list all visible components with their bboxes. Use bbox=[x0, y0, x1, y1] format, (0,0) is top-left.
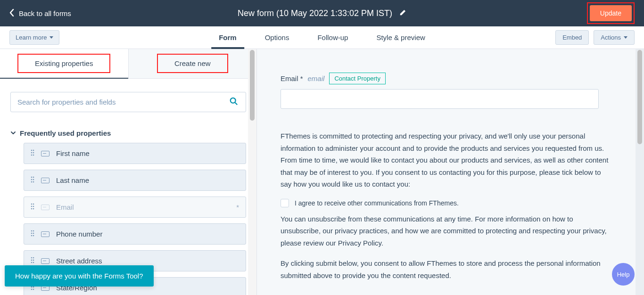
section-frequently-used[interactable]: Frequently used properties bbox=[0, 117, 256, 143]
svg-line-1 bbox=[235, 103, 238, 105]
tab-form[interactable]: Form bbox=[219, 26, 237, 49]
drag-handle-icon[interactable] bbox=[31, 229, 34, 238]
search-box[interactable] bbox=[10, 92, 246, 112]
privacy-text-1: FThemes is committed to protecting and r… bbox=[281, 130, 611, 190]
svg-point-4 bbox=[31, 152, 33, 154]
property-item[interactable]: Email * bbox=[24, 197, 246, 218]
text-field-icon bbox=[41, 258, 50, 264]
back-label: Back to all forms bbox=[19, 9, 71, 17]
property-label: Email bbox=[56, 203, 74, 211]
svg-point-29 bbox=[33, 260, 34, 261]
caret-down-icon bbox=[50, 36, 53, 39]
svg-point-0 bbox=[231, 98, 236, 103]
svg-point-19 bbox=[33, 208, 34, 210]
property-item[interactable]: First name bbox=[24, 143, 246, 164]
right-scrollbar[interactable] bbox=[636, 49, 644, 295]
tab-follow-up[interactable]: Follow-up bbox=[317, 26, 348, 49]
svg-point-15 bbox=[33, 204, 34, 205]
tab-style-preview[interactable]: Style & preview bbox=[376, 26, 425, 49]
svg-point-16 bbox=[31, 206, 33, 207]
back-to-forms-link[interactable]: Back to all forms bbox=[9, 9, 71, 18]
text-field-icon bbox=[41, 231, 50, 237]
page-title: New form (10 May 2022 1:33:02 PM IST) bbox=[238, 8, 392, 18]
feedback-toast[interactable]: How happy are you with the Forms Tool? bbox=[5, 265, 154, 287]
update-button[interactable]: Update bbox=[590, 5, 632, 21]
chevron-left-icon bbox=[9, 9, 14, 18]
actions-button[interactable]: Actions bbox=[594, 30, 635, 45]
svg-point-31 bbox=[33, 262, 34, 263]
left-scrollbar-thumb[interactable] bbox=[250, 50, 255, 121]
tab-existing-label: Existing properties bbox=[17, 54, 110, 73]
property-label: First name bbox=[56, 149, 90, 157]
svg-point-7 bbox=[33, 155, 34, 156]
svg-point-35 bbox=[33, 287, 34, 288]
svg-point-26 bbox=[31, 257, 33, 259]
text-field-icon bbox=[41, 151, 50, 156]
property-item[interactable]: Last name bbox=[24, 170, 246, 191]
svg-point-28 bbox=[31, 260, 33, 261]
text-field-icon bbox=[41, 178, 50, 183]
consent-label: I agree to receive other communications … bbox=[295, 199, 459, 207]
actions-label: Actions bbox=[601, 34, 621, 41]
svg-point-8 bbox=[31, 177, 33, 178]
svg-point-12 bbox=[31, 181, 33, 183]
email-field-label: Email * bbox=[281, 74, 303, 82]
privacy-text-2: You can unsubscribe from these communica… bbox=[281, 213, 611, 249]
property-label: Phone number bbox=[56, 230, 102, 238]
svg-point-10 bbox=[31, 179, 33, 180]
left-scrollbar[interactable] bbox=[248, 49, 256, 295]
email-field-type: email bbox=[308, 74, 325, 82]
svg-point-23 bbox=[33, 233, 34, 234]
svg-point-14 bbox=[31, 204, 33, 205]
svg-point-37 bbox=[33, 289, 34, 290]
update-highlight: Update bbox=[587, 2, 635, 24]
svg-point-9 bbox=[33, 177, 34, 178]
section-title: Frequently used properties bbox=[20, 129, 111, 137]
svg-point-36 bbox=[31, 289, 33, 290]
svg-point-18 bbox=[31, 208, 33, 210]
drag-handle-icon[interactable] bbox=[31, 176, 34, 185]
learn-more-label: Learn more bbox=[16, 34, 47, 41]
property-label: Street address bbox=[56, 257, 102, 265]
svg-point-20 bbox=[31, 230, 33, 232]
embed-button[interactable]: Embed bbox=[555, 30, 589, 45]
svg-point-21 bbox=[33, 230, 34, 232]
svg-point-5 bbox=[33, 152, 34, 154]
search-input[interactable] bbox=[17, 98, 239, 106]
right-scrollbar-thumb[interactable] bbox=[637, 50, 642, 144]
consent-checkbox[interactable] bbox=[281, 199, 289, 207]
svg-point-24 bbox=[31, 235, 33, 237]
svg-point-17 bbox=[33, 206, 34, 207]
edit-title-icon[interactable] bbox=[399, 8, 406, 18]
svg-point-22 bbox=[31, 233, 33, 234]
drag-handle-icon[interactable] bbox=[31, 203, 34, 212]
property-item[interactable]: Phone number bbox=[24, 223, 246, 245]
tab-create-new[interactable]: Create new bbox=[128, 49, 257, 78]
svg-point-2 bbox=[31, 150, 33, 151]
learn-more-button[interactable]: Learn more bbox=[9, 30, 59, 45]
chevron-down-icon bbox=[10, 129, 16, 137]
tab-existing-properties[interactable]: Existing properties bbox=[0, 49, 128, 79]
tab-create-label: Create new bbox=[157, 54, 228, 73]
required-indicator: * bbox=[236, 203, 239, 211]
help-button[interactable]: Help bbox=[612, 263, 635, 286]
drag-handle-icon[interactable] bbox=[31, 149, 34, 158]
tab-options[interactable]: Options bbox=[265, 26, 289, 49]
svg-point-11 bbox=[33, 179, 34, 180]
svg-point-3 bbox=[33, 150, 34, 151]
svg-point-13 bbox=[33, 181, 34, 183]
svg-point-25 bbox=[33, 235, 34, 237]
text-field-icon bbox=[41, 205, 50, 210]
property-label: Last name bbox=[56, 176, 89, 184]
search-icon bbox=[230, 97, 238, 107]
svg-point-27 bbox=[33, 257, 34, 259]
contact-property-badge: Contact Property bbox=[329, 73, 386, 84]
drag-handle-icon[interactable] bbox=[31, 256, 34, 265]
svg-point-30 bbox=[31, 262, 33, 263]
privacy-text-3: By clicking submit below, you consent to… bbox=[281, 257, 611, 281]
svg-point-6 bbox=[31, 155, 33, 156]
svg-point-34 bbox=[31, 287, 33, 288]
caret-down-icon bbox=[624, 36, 627, 39]
email-input[interactable] bbox=[281, 89, 599, 109]
